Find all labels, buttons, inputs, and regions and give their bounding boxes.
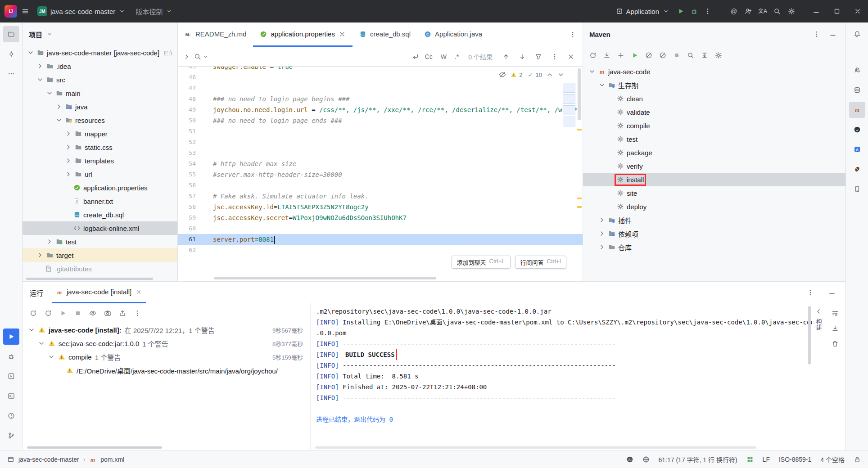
- ai-status-icon[interactable]: AI: [626, 456, 633, 463]
- maven-tree-item[interactable]: compile: [583, 119, 845, 132]
- add-user-button[interactable]: [742, 5, 755, 18]
- soft-wrap-button[interactable]: [829, 307, 841, 320]
- code-line[interactable]: 61server.port=8081: [178, 234, 583, 245]
- file-encoding[interactable]: ISO-8859-1: [779, 456, 811, 463]
- stop-button[interactable]: [670, 49, 683, 62]
- chevron-right-icon[interactable]: [65, 171, 72, 178]
- chevron-down-icon[interactable]: [27, 49, 34, 56]
- project-tree-item[interactable]: .idea: [23, 59, 177, 73]
- inspections-widget[interactable]: 2 10: [494, 69, 569, 80]
- maven-tree-item[interactable]: install: [583, 173, 845, 186]
- maven-more-button[interactable]: [810, 28, 823, 40]
- search-filter-button[interactable]: [532, 50, 545, 63]
- debug-button[interactable]: [688, 5, 701, 18]
- editor-tab[interactable]: application.properties: [253, 22, 353, 47]
- passed-counter[interactable]: 10: [527, 72, 542, 78]
- prev-occurrence-button[interactable]: [500, 50, 512, 63]
- chevron-down-icon[interactable]: [38, 340, 45, 347]
- close-window-button[interactable]: [847, 0, 868, 22]
- vcs-widget[interactable]: 版本控制: [131, 4, 177, 19]
- maven-tree-item[interactable]: 仓库: [583, 240, 845, 254]
- ai-action-button[interactable]: 添加到聊天Ctrl+L: [452, 256, 511, 269]
- tab-list-button[interactable]: [566, 28, 579, 41]
- project-tree-item[interactable]: url: [23, 167, 177, 181]
- scroll-end-button[interactable]: [829, 322, 841, 335]
- run-button[interactable]: [674, 5, 687, 18]
- search-mode-selector[interactable]: [194, 53, 209, 60]
- coffee-bean-button[interactable]: [849, 161, 865, 177]
- camera-button[interactable]: [101, 307, 114, 320]
- run-button[interactable]: [628, 49, 641, 62]
- database-button[interactable]: [849, 82, 865, 98]
- code-line[interactable]: 55#server.max-http-header-size=30000: [178, 169, 583, 180]
- translate-button[interactable]: 文A: [756, 5, 769, 18]
- skip-tests-button[interactable]: [656, 49, 669, 62]
- add-button[interactable]: [615, 49, 627, 62]
- caret-position[interactable]: 61:17 (17 字符, 1 行 换行符): [659, 455, 737, 464]
- breadcrumb-project[interactable]: java-sec-code-master: [18, 456, 79, 463]
- plugin-status-icon[interactable]: [746, 456, 754, 463]
- regex-toggle[interactable]: .*: [452, 52, 461, 61]
- warning-counter[interactable]: 2: [510, 72, 522, 78]
- run-toolwindow-button[interactable]: [3, 328, 19, 345]
- project-tree-item[interactable]: templates: [23, 154, 177, 167]
- project-tree-item[interactable]: static.css: [23, 140, 177, 154]
- maven-tree-item[interactable]: 生存期: [583, 78, 845, 92]
- notifications-bell-button[interactable]: [849, 26, 865, 42]
- maven-tree-item[interactable]: 插件: [583, 213, 845, 227]
- build-tree-item[interactable]: java-sec-code [install]:在 2025/7/22 12:2…: [23, 323, 310, 337]
- maven-button[interactable]: m: [849, 102, 865, 118]
- maven-tree-item[interactable]: validate: [583, 105, 845, 119]
- project-tree-item[interactable]: .gitattributes: [23, 262, 177, 275]
- inline-ai-button[interactable]: @: [728, 5, 740, 18]
- search-button[interactable]: [684, 49, 697, 62]
- rerun-button[interactable]: [27, 307, 40, 320]
- project-tree-item[interactable]: mapper: [23, 127, 177, 140]
- proxy-globe-icon[interactable]: [642, 456, 650, 463]
- code-line[interactable]: 53: [178, 148, 583, 158]
- chevron-right-icon[interactable]: [598, 230, 606, 237]
- code-line[interactable]: 56: [178, 180, 583, 191]
- code-line[interactable]: 57# Fake aksk. Simulate actuator info le…: [178, 191, 583, 202]
- code-line[interactable]: 49joychou.no.need.login.url = /css/**, /…: [178, 104, 583, 115]
- maven-tree-item[interactable]: site: [583, 186, 845, 200]
- terminal-button[interactable]: [3, 388, 19, 404]
- code-line[interactable]: 58jsc.accessKey.id=LTAI5tSAEPX3Z5N2Yt8og…: [178, 202, 583, 212]
- code-line[interactable]: 51: [178, 126, 583, 137]
- debug-button[interactable]: [3, 348, 19, 364]
- device-button[interactable]: [849, 181, 865, 197]
- next-occurrence-button[interactable]: [516, 50, 529, 63]
- chevron-right-icon[interactable]: [55, 103, 63, 110]
- git-branch-button[interactable]: [3, 428, 19, 444]
- code-line[interactable]: 50### no need to login page ends ###: [178, 115, 583, 126]
- warning-mark[interactable]: [577, 198, 582, 199]
- run-config-selector[interactable]: Application: [612, 5, 674, 18]
- project-tree-item[interactable]: java: [23, 100, 177, 113]
- chevron-right-icon[interactable]: [36, 63, 44, 70]
- settings-button[interactable]: [712, 49, 725, 62]
- prev-problem-icon[interactable]: [546, 71, 553, 78]
- clear-button[interactable]: [829, 338, 841, 350]
- chevron-right-icon[interactable]: [65, 144, 72, 151]
- close-icon[interactable]: [339, 31, 346, 38]
- warning-mark[interactable]: [577, 206, 582, 208]
- download-sources-button[interactable]: [601, 49, 613, 62]
- chevron-down-icon[interactable]: [598, 81, 606, 89]
- search-more-button[interactable]: [548, 50, 561, 63]
- run-tree-hscrollbar[interactable]: [27, 446, 162, 449]
- build-button[interactable]: [849, 62, 865, 78]
- maven-tree-item[interactable]: clean: [583, 92, 845, 105]
- editor-tab[interactable]: create_db.sql: [353, 22, 417, 47]
- chevron-down-icon[interactable]: [28, 326, 35, 333]
- chevron-down-icon[interactable]: [588, 68, 596, 75]
- project-tree-item[interactable]: target: [23, 248, 177, 262]
- chevron-right-icon[interactable]: [36, 252, 44, 259]
- editor-tab[interactable]: CApplication.java: [417, 22, 489, 47]
- more-horiz-button[interactable]: [3, 66, 19, 82]
- indent-style[interactable]: 4 个空格: [820, 455, 845, 464]
- close-search-button[interactable]: [565, 50, 577, 63]
- ai-assistant-button[interactable]: A: [849, 141, 865, 158]
- next-problem-icon[interactable]: [557, 71, 565, 78]
- hide-inspections-icon[interactable]: [499, 71, 506, 78]
- search-button[interactable]: [771, 5, 783, 18]
